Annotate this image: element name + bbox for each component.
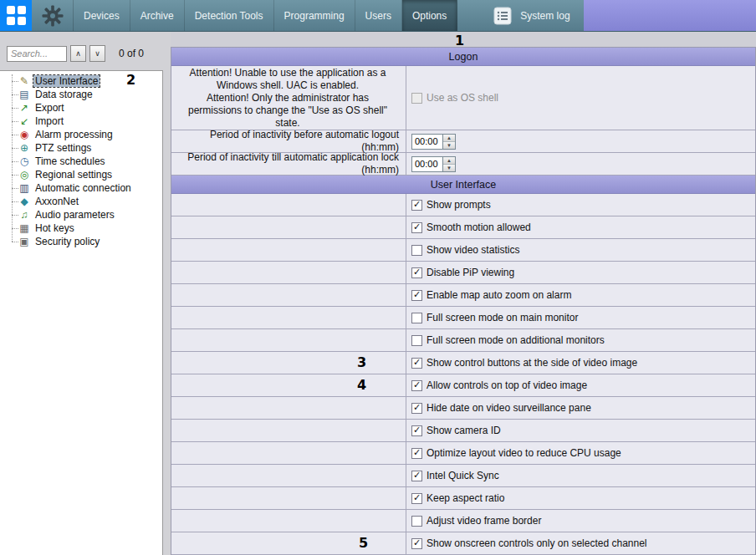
- settings-tree: ✎ User Interface ▤ Data storage ↗ Export…: [0, 70, 163, 555]
- ui-options-list: Show prompts Smooth motion allowed Show …: [171, 194, 755, 555]
- option-checkbox[interactable]: [411, 448, 422, 459]
- option-checkbox[interactable]: [411, 290, 422, 301]
- os-shell-label: Use as OS shell: [427, 92, 498, 104]
- options-panel: Logon Attention! Unable to use the appli…: [171, 47, 756, 555]
- content-area: ∧ ∨ 0 of 0 ✎ User Interface ▤ Data stora…: [0, 32, 756, 555]
- user-interface-icon: ✎: [18, 75, 30, 87]
- import-icon: ↙: [18, 115, 30, 127]
- option-label: Show control buttons at the side of vide…: [427, 357, 637, 369]
- clock-icon: ◷: [18, 155, 30, 167]
- option-checkbox[interactable]: [411, 538, 422, 549]
- os-shell-checkbox[interactable]: [411, 93, 422, 104]
- tree-item-time-schedules[interactable]: ◷ Time schedules: [18, 155, 162, 168]
- option-label: Intel Quick Sync: [427, 470, 499, 481]
- tab-detection-tools[interactable]: Detection Tools: [185, 0, 274, 31]
- option-checkbox[interactable]: [411, 493, 422, 504]
- connection-icon: ▥: [18, 182, 30, 194]
- topbar-tabs: Devices Archive Detection Tools Programm…: [74, 0, 457, 31]
- option-row-optimize-layout-video-to-reduce-cpu-usage: Optimize layout video to reduce CPU usag…: [171, 442, 755, 465]
- tree-item-data-storage[interactable]: ▤ Data storage: [18, 88, 162, 101]
- axxonnet-icon: ◆: [18, 196, 30, 207]
- option-checkbox[interactable]: [411, 222, 422, 233]
- option-checkbox[interactable]: [411, 471, 422, 481]
- tab-options[interactable]: Options: [402, 0, 457, 31]
- search-prev-button[interactable]: ∧: [70, 45, 86, 62]
- option-label: Show prompts: [427, 199, 491, 211]
- tab-users[interactable]: Users: [355, 0, 402, 31]
- spin-up-button[interactable]: ▲: [443, 157, 455, 164]
- tab-archive[interactable]: Archive: [130, 0, 185, 31]
- auto-lock-label: Period of inactivity till automatic appl…: [171, 153, 406, 175]
- annotation-2: 2: [126, 72, 135, 88]
- search-count: 0 of 0: [119, 48, 144, 59]
- system-log-label: System log: [520, 10, 570, 22]
- search-input[interactable]: [7, 46, 67, 62]
- tab-label: Programming: [284, 10, 345, 22]
- audio-icon: ♫: [18, 209, 30, 221]
- tree-item-alarm-processing[interactable]: ◉ Alarm processing: [18, 128, 162, 141]
- option-checkbox[interactable]: [411, 403, 422, 414]
- option-row-show-camera-id: Show camera ID: [171, 420, 755, 442]
- option-label: Full screen mode on main monitor: [427, 312, 578, 323]
- option-checkbox[interactable]: [411, 335, 422, 346]
- tree-item-import[interactable]: ↙ Import: [18, 115, 162, 128]
- option-checkbox[interactable]: [411, 267, 422, 278]
- data-storage-icon: ▤: [18, 89, 30, 100]
- tree-item-axxonnet[interactable]: ◆ AxxonNet: [18, 195, 162, 208]
- option-row-show-video-statistics: Show video statistics: [171, 239, 755, 262]
- attention-text: Attention! Unable to use the application…: [171, 66, 406, 130]
- tab-programming[interactable]: Programming: [274, 0, 355, 31]
- option-row-intel-quick-sync: Intel Quick Sync: [171, 465, 755, 487]
- option-row-hide-date-on-video-surveillance-pane: Hide date on video surveillance pane: [171, 397, 755, 420]
- option-checkbox[interactable]: [411, 245, 422, 256]
- auto-logout-row: Period of inactivity before automatic lo…: [171, 130, 755, 153]
- tree-item-audio-parameters[interactable]: ♫ Audio parameters: [18, 208, 162, 221]
- search-row: ∧ ∨ 0 of 0: [0, 32, 171, 70]
- tree-item-user-interface[interactable]: ✎ User Interface: [18, 74, 162, 88]
- tree-item-regional-settings[interactable]: ◎ Regional settings: [18, 168, 162, 181]
- auto-logout-input[interactable]: [411, 134, 443, 150]
- sidebar: ∧ ∨ 0 of 0 ✎ User Interface ▤ Data stora…: [0, 32, 171, 555]
- spin-down-button[interactable]: ▼: [443, 141, 455, 149]
- option-label: Allow controls on top of video image: [427, 379, 587, 391]
- option-row-full-screen-mode-on-main-monitor: Full screen mode on main monitor: [171, 307, 755, 329]
- ptz-icon: ⊕: [18, 142, 30, 154]
- grid-icon: [7, 6, 26, 25]
- alarm-icon: ◉: [18, 129, 30, 140]
- tree-item-automatic-connection[interactable]: ▥ Automatic connection: [18, 181, 162, 195]
- annotation-5: 5: [359, 535, 368, 551]
- tab-label: Options: [412, 10, 447, 22]
- spin-up-button[interactable]: ▲: [443, 135, 455, 141]
- tree-item-hot-keys[interactable]: ▦ Hot keys: [18, 221, 162, 235]
- chevron-up-icon: ∧: [75, 49, 81, 58]
- tree-item-ptz-settings[interactable]: ⊕ PTZ settings: [18, 141, 162, 155]
- option-label: Show video statistics: [427, 244, 519, 256]
- option-checkbox[interactable]: [411, 380, 422, 391]
- search-next-button[interactable]: ∨: [89, 45, 105, 62]
- option-checkbox[interactable]: [411, 200, 422, 211]
- option-label: Adjust video frame border: [427, 515, 541, 527]
- auto-lock-row: Period of inactivity till automatic appl…: [171, 153, 755, 176]
- option-label: Smooth motion allowed: [427, 221, 531, 233]
- topbar-purple-area: [584, 0, 756, 31]
- option-checkbox[interactable]: [411, 425, 422, 436]
- option-label: Enable map auto zoom on alarm: [427, 289, 571, 301]
- option-checkbox[interactable]: [411, 516, 422, 527]
- system-log-button[interactable]: System log: [479, 0, 583, 31]
- tree-item-security-policy[interactable]: ▣ Security policy: [18, 235, 162, 248]
- tab-devices[interactable]: Devices: [74, 0, 130, 31]
- option-checkbox[interactable]: [411, 313, 422, 323]
- auto-logout-spinner: ▲ ▼: [411, 134, 456, 150]
- option-checkbox[interactable]: [411, 358, 422, 369]
- settings-gear-button[interactable]: [32, 0, 74, 31]
- annotation-3: 3: [357, 354, 366, 370]
- spin-down-button[interactable]: ▼: [443, 164, 455, 171]
- tree-item-export[interactable]: ↗ Export: [18, 101, 162, 115]
- option-row-allow-controls-on-top-of-video-image: Allow controls on top of video image: [171, 374, 755, 397]
- option-row-show-control-buttons-at-the-side-of-video-image: Show control buttons at the side of vide…: [171, 352, 755, 374]
- security-icon: ▣: [18, 236, 30, 247]
- app-launcher-button[interactable]: [0, 0, 32, 31]
- hotkeys-icon: ▦: [18, 222, 30, 234]
- auto-lock-input[interactable]: [411, 156, 443, 172]
- option-row-disable-pip-viewing: Disable PiP viewing: [171, 262, 755, 284]
